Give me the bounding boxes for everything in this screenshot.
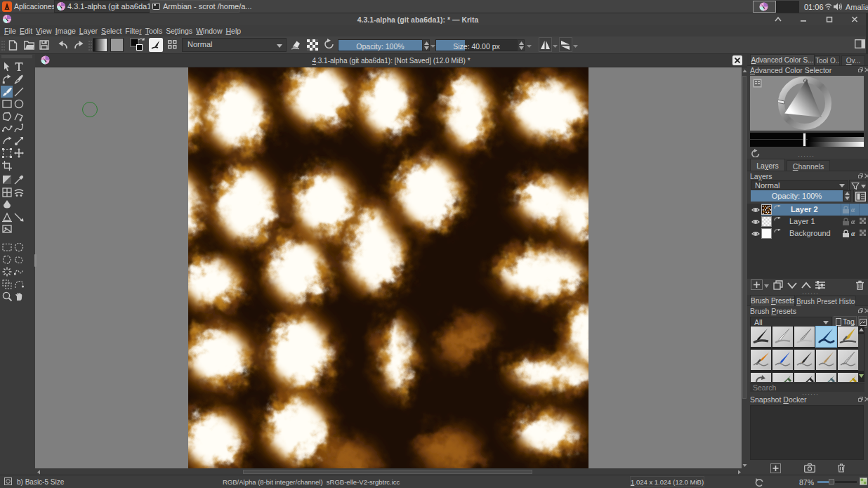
svg-text:α: α xyxy=(851,218,855,225)
svg-text:α: α xyxy=(851,206,855,213)
svg-text:α: α xyxy=(851,230,855,237)
